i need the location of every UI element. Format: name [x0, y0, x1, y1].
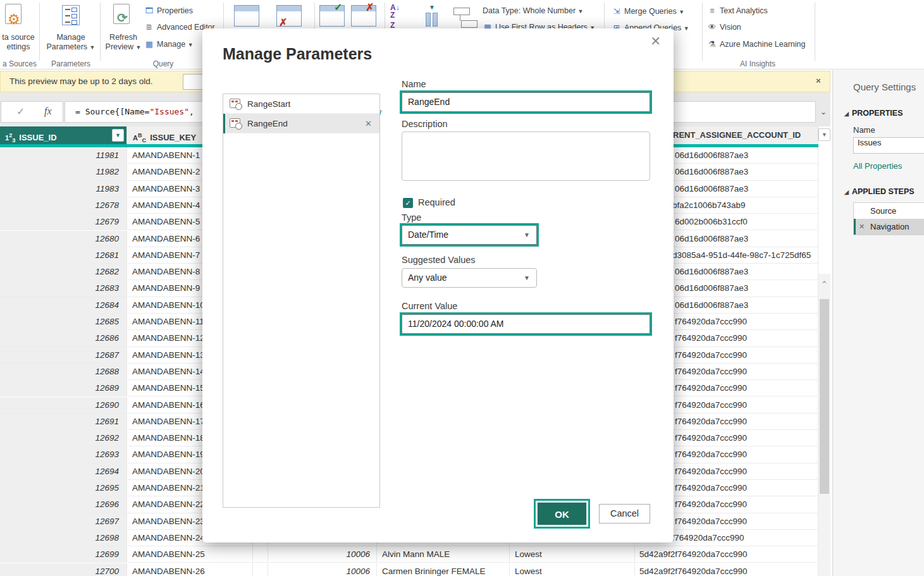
table-row: 12700AMANDABENN-2610006Carmen Brininger … — [0, 563, 818, 576]
delete-step-icon[interactable]: ✕ — [859, 219, 865, 235]
check-icon: ✓ — [334, 1, 342, 13]
panel-title: Query Settings — [853, 82, 924, 92]
delete-parameter-icon[interactable]: ✕ — [365, 114, 372, 133]
sort-ascending-button[interactable]: A↓Z — [390, 4, 400, 19]
applied-step-navigation[interactable]: ✕Navigation — [854, 219, 924, 235]
manage-button[interactable]: ▦Manage ▼ — [144, 39, 194, 49]
commit-check-icon[interactable]: ✓ — [16, 106, 25, 118]
collapse-triangle-icon: ◢ — [844, 189, 849, 195]
all-properties-link[interactable]: All Properties — [853, 161, 924, 171]
properties-button[interactable]: 🗔Properties — [144, 6, 193, 15]
split-column-icon[interactable]: ▼ — [421, 5, 443, 28]
filter-dropdown-icon[interactable]: ▼ — [112, 129, 124, 142]
chevron-down-icon: ▼ — [90, 44, 95, 51]
cell-priority[interactable]: Lowest — [510, 563, 635, 576]
cell-assignee-account[interactable]: 5d42a9f2f764920da7ccc990 — [636, 563, 818, 576]
data-source-settings-button[interactable]: ⚙ ta source ettings — [0, 3, 38, 58]
cell-issue-id[interactable]: 11981 — [0, 147, 127, 164]
type-label: Type — [402, 212, 421, 223]
eye-icon: 👁 — [707, 23, 717, 32]
cell-issue-id[interactable]: 12684 — [0, 297, 127, 314]
cell-reporter-name[interactable]: Carmen Brininger FEMALE — [378, 563, 510, 576]
cell-issue-id[interactable]: 11982 — [0, 164, 127, 180]
cell-issue-id[interactable]: 12692 — [0, 430, 127, 446]
query-name-input[interactable]: Issues — [853, 137, 924, 154]
applied-step-source[interactable]: Source — [854, 203, 924, 219]
choose-columns-icon[interactable] — [234, 5, 259, 27]
required-checkbox[interactable]: ✓ — [403, 198, 413, 208]
advanced-editor-icon: 🗎 — [144, 23, 154, 32]
cell-issue-id[interactable]: 12686 — [0, 330, 127, 346]
merge-queries-button[interactable]: ⇲Merge Queries ▼ — [612, 6, 684, 16]
whole-number-type-icon: 123 — [5, 134, 15, 142]
applied-steps-section-header[interactable]: ◢APPLIED STEPS — [853, 187, 924, 196]
cell-issue-id[interactable]: 12681 — [0, 247, 127, 264]
dialog-close-icon[interactable]: ✕ — [650, 34, 661, 49]
ok-button[interactable]: OK — [537, 502, 587, 525]
vision-button[interactable]: 👁Vision — [707, 23, 741, 32]
applied-steps-list: Source✕Navigation — [853, 202, 924, 235]
cell-issue-id[interactable]: 12697 — [0, 513, 127, 530]
manage-parameters-icon — [62, 5, 80, 25]
chevron-down-icon: ▼ — [684, 25, 689, 32]
cell-issue-id[interactable]: 12696 — [0, 496, 127, 513]
cell-empty[interactable] — [254, 563, 268, 576]
group-label-ai-insights: AI Insights — [707, 59, 808, 68]
name-input[interactable]: RangeEnd — [402, 92, 650, 112]
cell-issue-id[interactable]: 12682 — [0, 264, 127, 280]
cell-issue-id[interactable]: 12694 — [0, 463, 127, 480]
refresh-preview-button[interactable]: ⟳ Refresh Preview ▼ — [104, 3, 142, 58]
scroll-up-icon[interactable]: ⌃ — [818, 278, 830, 291]
cell-issue-id[interactable]: 12690 — [0, 397, 127, 414]
cell-issue-id[interactable]: 12691 — [0, 414, 127, 430]
table-row: 12699AMANDABENN-2510006Alvin Mann MALELo… — [0, 546, 818, 563]
cell-issue-id[interactable]: 12698 — [0, 530, 127, 546]
cancel-button[interactable]: Cancel — [599, 504, 650, 524]
cell-issue-id[interactable]: 12683 — [0, 280, 127, 297]
formula-expand-chevron-icon[interactable]: ⌄ — [817, 101, 830, 123]
group-by-icon[interactable] — [452, 6, 480, 29]
warning-close-icon[interactable]: × — [816, 76, 821, 85]
fx-icon: fx — [44, 106, 52, 117]
column-header-issue-id[interactable]: 123ISSUE_ID ▼ — [0, 126, 127, 144]
cell-issue-id[interactable]: 12699 — [0, 546, 127, 563]
cell-issue-id[interactable]: 12685 — [0, 314, 127, 330]
cell-issue-key[interactable]: AMANDABENN-25 — [128, 546, 253, 563]
properties-icon: 🗔 — [144, 6, 154, 15]
cell-issue-id[interactable]: 12678 — [0, 197, 127, 214]
properties-section-header[interactable]: ◢PROPERTIES — [853, 109, 924, 118]
vertical-scrollbar[interactable]: ⌃ ⌄ — [818, 274, 830, 576]
cell-issue-id[interactable]: 12687 — [0, 347, 127, 364]
filter-dropdown-icon[interactable]: ▼ — [818, 128, 830, 141]
cell-issue-id[interactable]: 11983 — [0, 181, 127, 197]
group-label-parameters: Parameters — [44, 59, 97, 68]
description-textarea[interactable] — [402, 132, 650, 181]
cell-empty[interactable] — [254, 546, 268, 563]
cell-issue-id[interactable]: 12688 — [0, 364, 127, 380]
cell-issue-key[interactable]: AMANDABENN-26 — [128, 563, 253, 576]
cell-assignee-account[interactable]: 5d42a9f2f764920da7ccc990 — [636, 546, 818, 563]
suggested-values-dropdown[interactable]: Any value▼ — [402, 268, 537, 288]
text-type-icon: ABC — [133, 134, 146, 142]
cell-priority[interactable]: Lowest — [510, 546, 635, 563]
text-analytics-button[interactable]: ≡Text Analytics — [707, 6, 768, 15]
cell-reporter-id[interactable]: 10006 — [269, 546, 377, 563]
manage-parameters-button[interactable]: Manage Parameters ▼ — [44, 3, 97, 58]
remove-x-icon: ✗ — [366, 1, 374, 13]
cell-issue-id[interactable]: 12680 — [0, 231, 127, 247]
data-type-button[interactable]: Data Type: Whole Number ▼ — [483, 6, 583, 15]
cell-issue-id[interactable]: 12689 — [0, 380, 127, 396]
parameter-item-rangestart[interactable]: RangeStart — [223, 94, 379, 114]
type-dropdown[interactable]: Date/Time▼ — [402, 225, 537, 245]
azure-ml-button[interactable]: ⚗Azure Machine Learning — [707, 39, 806, 49]
cell-issue-id[interactable]: 12695 — [0, 480, 127, 496]
cell-issue-id[interactable]: 12693 — [0, 446, 127, 463]
current-value-input[interactable]: 11/20/2024 00:00:00 AM — [402, 314, 650, 334]
cell-issue-id[interactable]: 12679 — [0, 214, 127, 230]
cell-reporter-name[interactable]: Alvin Mann MALE — [378, 546, 510, 563]
parameter-item-rangeend[interactable]: RangeEnd✕ — [223, 114, 379, 133]
cell-reporter-id[interactable]: 10006 — [269, 563, 377, 576]
parameter-label: RangeEnd — [247, 119, 288, 128]
scrollbar-thumb[interactable] — [820, 299, 829, 494]
cell-issue-id[interactable]: 12700 — [0, 563, 127, 576]
